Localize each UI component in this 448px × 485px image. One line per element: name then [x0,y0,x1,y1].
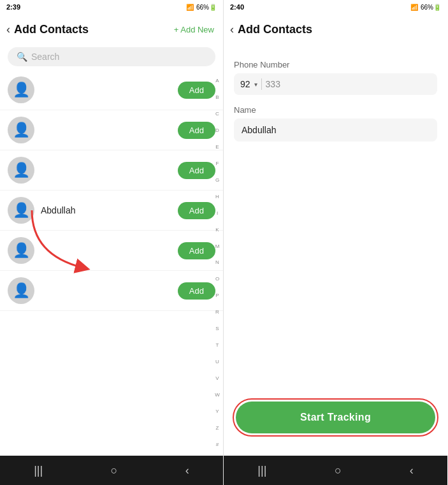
contact-name-4: Abdullah [34,205,178,215]
left-header-left: ‹ Add Contacts [6,23,89,36]
alpha-i: I [217,211,218,216]
avatar-4: 👤 [8,197,34,224]
add-button-3[interactable]: Add [178,162,215,179]
start-tracking-outer-border: Start Tracking [233,398,438,437]
left-status-bar: 2:39 📶 66%🔋 [0,0,223,14]
phone-row[interactable]: 92 ▾ 333 [234,73,437,95]
alpha-o: O [215,277,219,282]
left-status-icons: 📶 66%🔋 [186,4,217,11]
alpha-d: D [215,128,219,133]
contact-item-5: 👤 Add [0,231,223,271]
right-status-bar: 2:40 📶 66%🔋 [224,0,447,14]
start-tracking-button[interactable]: Start Tracking [236,402,435,433]
right-menu-nav-btn[interactable]: ||| [257,464,266,477]
alpha-p: P [215,293,219,298]
left-header-title: Add Contacts [14,23,89,36]
alpha-g: G [215,178,219,183]
left-menu-nav-btn[interactable]: ||| [34,464,43,477]
right-home-nav-btn[interactable]: ○ [335,464,342,477]
left-panel: 2:39 📶 66%🔋 ‹ Add Contacts + Add New 🔍 S… [0,0,224,485]
search-bar[interactable]: 🔍 Search [8,47,215,66]
alpha-v: V [215,376,219,381]
right-header-left: ‹ Add Contacts [230,23,312,36]
add-button-6[interactable]: Add [178,282,215,300]
alpha-y: Y [215,409,219,414]
avatar-2: 👤 [8,117,34,143]
right-status-icons: 📶 66%🔋 [410,4,441,11]
left-bottom-nav: ||| ○ ‹ [0,456,223,485]
search-icon: 🔍 [17,52,27,62]
alpha-w: W [215,393,220,398]
right-back-arrow[interactable]: ‹ [230,23,234,36]
wifi-icon: 📶 [186,4,194,11]
country-code: 92 [240,79,250,89]
add-button-5[interactable]: Add [178,242,215,259]
left-back-nav-btn[interactable]: ‹ [185,464,189,477]
left-back-arrow[interactable]: ‹ [6,23,10,36]
alpha-u: U [215,359,219,365]
avatar-icon-3: 👤 [13,162,30,178]
right-battery-icon: 66%🔋 [421,4,441,11]
phone-label: Phone Number [234,60,437,69]
alpha-m: M [215,244,220,249]
right-form: Phone Number 92 ▾ 333 Name Abdullah [224,45,447,398]
right-back-nav-btn[interactable]: ‹ [410,464,414,477]
avatar-6: 👤 [8,277,34,304]
alpha-f: F [216,161,219,166]
right-wifi-icon: 📶 [410,4,418,11]
right-header: ‹ Add Contacts [224,14,447,45]
avatar-icon-2: 👤 [13,122,30,138]
alpha-b: B [215,95,219,100]
alpha-c: C [215,112,219,117]
contact-list: 👤 Add 👤 Add 👤 Add 👤 Abdullah [0,70,223,456]
alpha-n: N [215,260,219,265]
avatar-3: 👤 [8,157,34,184]
left-time: 2:39 [6,3,20,11]
avatar-icon-6: 👤 [13,282,30,299]
phone-number-field[interactable]: 333 [266,79,431,89]
alpha-h: H [215,194,219,199]
start-tracking-wrapper: Start Tracking [224,398,447,456]
add-new-button[interactable]: + Add New [174,25,214,34]
contact-item-1: 👤 Add [0,70,223,110]
alpha-r: R [215,310,219,315]
avatar-1: 👤 [8,76,34,103]
dropdown-arrow-icon[interactable]: ▾ [254,81,257,88]
avatar-icon-5: 👤 [13,242,30,259]
add-button-1[interactable]: Add [178,82,215,99]
battery-icon: 66%🔋 [196,4,217,11]
right-panel: 2:40 📶 66%🔋 ‹ Add Contacts Phone Number … [224,0,447,485]
avatar-icon-4: 👤 [13,202,30,219]
left-home-nav-btn[interactable]: ○ [111,464,118,477]
name-label: Name [234,105,437,115]
contact-item-4: 👤 Abdullah Add [0,191,223,231]
add-button-4[interactable]: Add [178,202,215,219]
phone-divider [261,78,262,90]
name-field[interactable]: Abdullah [234,119,437,141]
add-button-2[interactable]: Add [178,122,215,139]
left-header: ‹ Add Contacts + Add New [0,14,223,45]
search-placeholder: Search [31,52,59,62]
right-header-title: Add Contacts [238,23,312,36]
alpha-e: E [215,145,219,150]
contact-item-2: 👤 Add [0,110,223,150]
avatar-5: 👤 [8,237,34,264]
alpha-k: K [215,228,219,233]
alpha-hash: # [216,442,219,447]
alpha-s: S [215,326,219,331]
contact-item-6: 👤 Add [0,271,223,311]
contact-item-3: 👤 Add [0,150,223,191]
right-time: 2:40 [230,3,244,11]
alpha-t: T [216,343,219,348]
avatar-icon-1: 👤 [13,82,30,98]
alpha-z: Z [216,426,219,431]
alpha-index: A B C D E F G H I K M N O P R S T U V W … [213,70,222,456]
alpha-a: A [215,78,219,83]
right-bottom-nav: ||| ○ ‹ [224,456,447,485]
